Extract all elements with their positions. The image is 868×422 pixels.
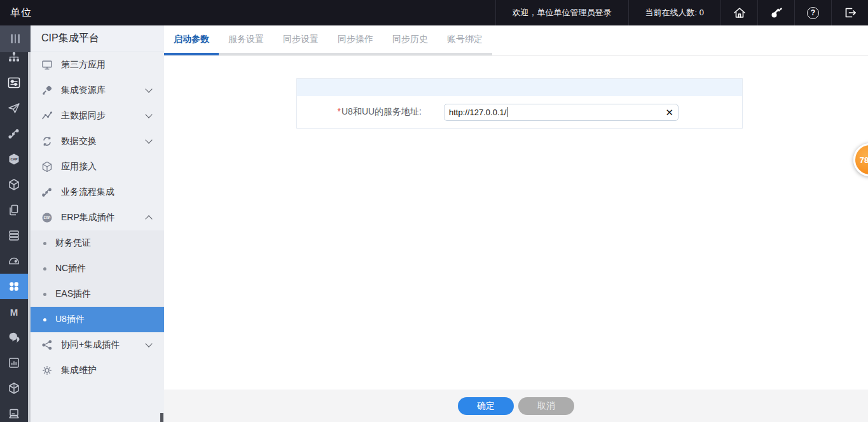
sidebar-item-label: ERP集成插件 <box>61 212 115 223</box>
online-count: 当前在线人数: 0 <box>628 0 720 25</box>
monitor-icon <box>41 59 53 71</box>
sidebar-item-eas-plugin[interactable]: EAS插件 <box>31 281 164 307</box>
key-button[interactable] <box>757 0 794 25</box>
sidebar-item-integration-maintenance[interactable]: 集成维护 <box>31 358 164 383</box>
sidebar-item-label: 财务凭证 <box>55 237 91 249</box>
chart-line-icon <box>41 110 53 122</box>
chevron-down-icon <box>145 85 152 92</box>
sidebar-item-erp-plugins[interactable]: ERP ERP集成插件 <box>31 205 164 230</box>
sidebar-item-finance-voucher[interactable]: 财务凭证 <box>31 230 164 256</box>
share-nodes-icon <box>41 339 53 351</box>
input-value: http://127.0.0.1/ <box>449 108 506 117</box>
sliders-icon[interactable] <box>0 70 28 95</box>
org-chart-icon[interactable] <box>0 45 28 70</box>
plug-icon <box>41 85 53 96</box>
chevron-down-icon <box>145 340 152 347</box>
paper-plane-icon[interactable] <box>0 95 28 121</box>
tab-service-settings[interactable]: 服务设置 <box>219 25 273 55</box>
sidebar-item-third-party-app[interactable]: 第三方应用 <box>31 52 164 78</box>
service-address-label: *U8和UU的服务地址: <box>326 106 422 118</box>
confirm-button[interactable]: 确定 <box>458 397 514 415</box>
cancel-button[interactable]: 取消 <box>518 397 574 415</box>
sidebar-item-label: 业务流程集成 <box>61 186 114 198</box>
cube-3d-icon[interactable] <box>0 376 28 401</box>
sidebar-item-collab-plugins[interactable]: 协同+集成插件 <box>31 332 164 358</box>
footer-bar: 确定 取消 <box>164 390 868 422</box>
svg-text:M: M <box>10 307 18 318</box>
tab-sync-settings[interactable]: 同步设置 <box>273 25 328 55</box>
text-cursor <box>507 107 507 117</box>
icon-rail: CAP M <box>0 25 31 422</box>
sidebar-item-label: 集成维护 <box>61 365 97 376</box>
cube-icon[interactable] <box>0 172 28 197</box>
sidebar-item-label: 应用接入 <box>61 161 97 172</box>
sidebar-item-u8-plugin[interactable]: U8插件 <box>31 307 164 332</box>
bullet-icon <box>43 293 46 296</box>
route-icon <box>41 186 53 198</box>
svg-text:ERP: ERP <box>44 216 51 220</box>
bullet-icon <box>43 267 46 271</box>
required-star: * <box>338 106 341 116</box>
tab-sync-history[interactable]: 同步历史 <box>383 25 437 55</box>
topbar: 单位 欢迎，单位单位管理员登录 当前在线人数: 0 ? <box>0 0 868 25</box>
gear-icon <box>41 365 53 376</box>
home-button[interactable] <box>720 0 757 25</box>
sidebar-item-data-exchange[interactable]: 数据交换 <box>31 129 164 154</box>
sidebar-item-label: EAS插件 <box>55 288 91 300</box>
panel-header <box>297 79 742 96</box>
chat-icon[interactable] <box>0 325 28 350</box>
exchange-icon <box>41 136 53 147</box>
help-icon: ? <box>807 7 819 19</box>
tab-startup-params[interactable]: 启动参数 <box>164 25 219 55</box>
sidebar-item-label: 协同+集成插件 <box>61 339 120 351</box>
chart-box-icon[interactable] <box>0 350 28 376</box>
key-icon <box>769 6 783 20</box>
chevron-down-icon <box>145 111 152 118</box>
sidebar-header: CIP集成平台 <box>31 25 164 52</box>
svg-text:CAP: CAP <box>11 157 18 161</box>
tab-bar: 启动参数 服务设置 同步设置 同步操作 同步历史 账号绑定 <box>164 25 868 56</box>
home-icon <box>733 6 747 20</box>
tab-sync-operations[interactable]: 同步操作 <box>328 25 383 55</box>
documents-icon[interactable] <box>0 197 28 223</box>
sidebar-item-label: NC插件 <box>55 263 86 274</box>
badge-count: 78 <box>860 155 868 165</box>
sidebar-item-business-process[interactable]: 业务流程集成 <box>31 179 164 205</box>
form-panel: *U8和UU的服务地址: http://127.0.0.1/ ✕ <box>296 78 743 129</box>
service-address-input[interactable]: http://127.0.0.1/ ✕ <box>444 104 679 121</box>
stack-icon[interactable] <box>0 223 28 248</box>
panel-body: *U8和UU的服务地址: http://127.0.0.1/ ✕ <box>297 96 742 128</box>
cube-icon <box>41 161 53 172</box>
sidebar-item-resource-library[interactable]: 集成资源库 <box>31 78 164 103</box>
gauge-icon[interactable] <box>0 248 28 274</box>
sidebar: CIP集成平台 第三方应用 集成资源库 主数据同步 数据交换 应用接入 业务流程 <box>31 25 164 422</box>
sidebar-item-label: 集成资源库 <box>61 85 106 96</box>
welcome-text: 欢迎，单位单位管理员登录 <box>495 0 628 25</box>
sidebar-item-app-access[interactable]: 应用接入 <box>31 154 164 179</box>
erp-badge-icon: ERP <box>41 212 53 223</box>
help-button[interactable]: ? <box>794 0 831 25</box>
clover-icon[interactable] <box>0 274 28 299</box>
clear-input-icon[interactable]: ✕ <box>665 108 673 117</box>
chevron-down-icon <box>145 136 152 143</box>
sidebar-item-nc-plugin[interactable]: NC插件 <box>31 256 164 281</box>
sidebar-item-label: 第三方应用 <box>61 59 106 71</box>
page: 单位 欢迎，单位单位管理员登录 当前在线人数: 0 ? <box>0 0 868 422</box>
chevron-up-icon <box>145 215 152 222</box>
sidebar-scrollbar-thumb[interactable] <box>160 413 163 422</box>
logout-button[interactable] <box>831 0 868 25</box>
sidebar-item-label: U8插件 <box>55 314 85 325</box>
topbar-right: 欢迎，单位单位管理员登录 当前在线人数: 0 ? <box>495 0 868 25</box>
bullet-icon <box>43 318 46 321</box>
logout-icon <box>843 6 857 20</box>
letter-m-icon[interactable]: M <box>0 299 28 325</box>
route-icon[interactable] <box>0 121 28 146</box>
tab-account-binding[interactable]: 账号绑定 <box>437 25 492 55</box>
sidebar-item-label: 数据交换 <box>61 136 97 147</box>
main-content: *U8和UU的服务地址: http://127.0.0.1/ ✕ <box>164 56 868 390</box>
sidebar-item-master-data-sync[interactable]: 主数据同步 <box>31 103 164 129</box>
app-title: 单位 <box>0 6 32 20</box>
sidebar-item-label: 主数据同步 <box>61 110 106 122</box>
terminal-icon[interactable] <box>0 401 28 422</box>
cap-hexagon-icon[interactable]: CAP <box>0 146 28 172</box>
